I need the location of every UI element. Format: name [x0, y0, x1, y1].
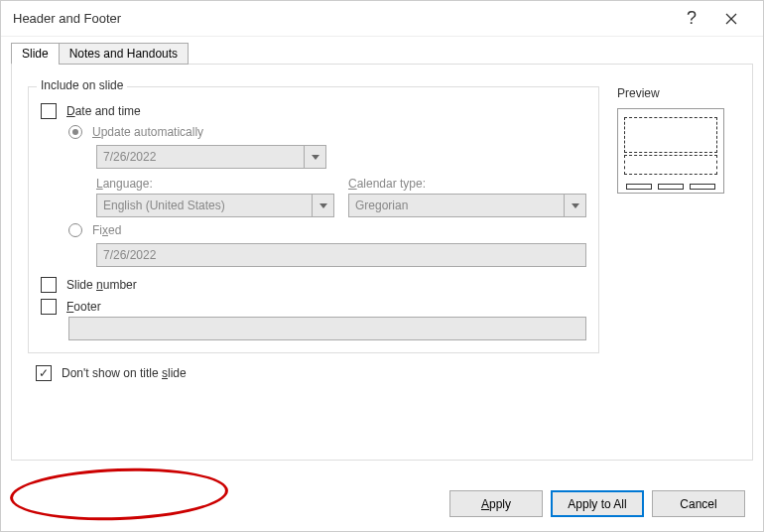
chevron-down-icon	[564, 195, 585, 216]
preview-thumbnail	[617, 108, 724, 194]
language-value: English (United States)	[103, 199, 225, 212]
chevron-down-icon	[312, 195, 333, 216]
dialog-buttons: Apply Apply to All Cancel	[1, 480, 763, 531]
preview-title: Preview	[617, 86, 660, 100]
language-dropdown[interactable]: English (United States)	[96, 194, 334, 217]
fixed-label: Fixed	[92, 223, 121, 237]
fixed-radio[interactable]	[68, 223, 82, 237]
slide-number-checkbox[interactable]	[41, 277, 57, 293]
close-button[interactable]	[711, 1, 751, 37]
dont-show-title-label: Don't show on title slide	[62, 366, 187, 380]
preview-date-box	[626, 184, 652, 190]
date-time-row: Date and time	[41, 103, 586, 119]
footer-input[interactable]	[68, 317, 586, 340]
apply-button[interactable]: Apply	[449, 490, 543, 517]
help-button[interactable]: ?	[672, 1, 711, 37]
preview-number-box	[690, 184, 715, 190]
cancel-button[interactable]: Cancel	[652, 490, 745, 517]
tab-panel-slide: Include on slide Date and time Update au…	[11, 64, 753, 461]
language-label: Language:	[96, 177, 334, 191]
footer-checkbox[interactable]	[41, 299, 57, 315]
tab-slide[interactable]: Slide	[11, 43, 60, 65]
fixed-date-value: 7/26/2022	[103, 248, 156, 262]
include-on-slide-title: Include on slide	[37, 78, 127, 92]
date-time-checkbox[interactable]	[41, 103, 57, 119]
footer-label: Footer	[66, 300, 101, 314]
update-auto-label: Update automatically	[92, 125, 203, 139]
fixed-date-input[interactable]: 7/26/2022	[96, 243, 586, 267]
footer-row: Footer	[41, 299, 586, 315]
dialog-title: Header and Footer	[13, 11, 672, 26]
slide-number-row: Slide number	[41, 277, 586, 293]
calendar-value: Gregorian	[355, 199, 408, 212]
close-icon	[725, 13, 737, 25]
tab-bar: Slide Notes and Handouts	[11, 43, 753, 65]
include-on-slide-group: Include on slide Date and time Update au…	[28, 86, 599, 353]
update-auto-radio[interactable]	[68, 125, 82, 139]
preview-group: Preview	[617, 86, 736, 194]
dont-show-title-row: Don't show on title slide	[36, 365, 736, 381]
date-dropdown[interactable]: 7/26/2022	[96, 145, 326, 169]
update-auto-row: Update automatically	[68, 125, 586, 139]
titlebar: Header and Footer ?	[1, 1, 763, 37]
header-footer-dialog: Header and Footer ? Slide Notes and Hand…	[0, 0, 764, 532]
apply-to-all-button[interactable]: Apply to All	[551, 490, 644, 517]
fixed-row: Fixed	[68, 223, 586, 237]
tab-notes-handouts[interactable]: Notes and Handouts	[59, 43, 189, 65]
calendar-type-label: Calendar type:	[348, 177, 586, 191]
date-time-label: Date and time	[66, 104, 141, 118]
dont-show-title-checkbox[interactable]	[36, 365, 52, 381]
preview-footer-placeholders	[626, 184, 715, 190]
preview-title-placeholder	[624, 117, 717, 153]
slide-number-label: Slide number	[66, 278, 137, 292]
date-dropdown-value: 7/26/2022	[103, 150, 156, 164]
preview-body-placeholder	[624, 155, 717, 175]
preview-footer-box	[658, 184, 684, 190]
chevron-down-icon	[304, 146, 325, 168]
calendar-dropdown[interactable]: Gregorian	[348, 194, 586, 217]
content-area: Slide Notes and Handouts Include on slid…	[1, 37, 763, 480]
